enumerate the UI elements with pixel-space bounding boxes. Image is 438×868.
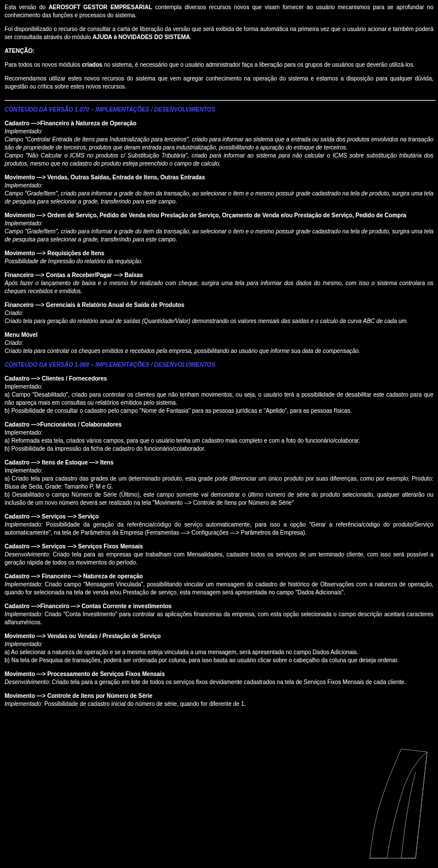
body-text: Desenvolvimento: Criado tela para as emp… — [5, 551, 433, 567]
body-text: a) Reformada esta tela, criados vários c… — [5, 437, 433, 445]
impl-label: Criado: — [5, 339, 433, 347]
section-1070-5: Financeiro —> Contas a Receber/Pagar —> … — [5, 271, 433, 295]
body-inline: : Possibilidade de cadastro inicial do n… — [41, 701, 245, 707]
section-title: Cadastro —> Clientes / Fornecedores — [5, 375, 433, 383]
section-title: Movimento —> Processamento de Serviços F… — [5, 670, 433, 678]
impl-label: Implementado: — [5, 383, 433, 391]
section-1070-3: Movimento —> Ordem de Serviço, Pedido de… — [5, 212, 433, 244]
section-1069-3: Cadastro —> Itens de Estoque —> Itens Im… — [5, 459, 433, 507]
intro-p2-b: AJUDA à NOVIDADES DO SISTEMA — [93, 34, 190, 40]
attention-b: criados — [82, 62, 103, 68]
section-title: Movimento —> Ordem de Serviço, Pedido de… — [5, 212, 433, 220]
body-inline: : Criado tela para as empresas que traba… — [5, 551, 433, 566]
label-inline: Desenvolvimento — [5, 679, 49, 685]
intro-block: Esta versão do AEROSOFT GESTOR EMPRESARI… — [5, 3, 433, 91]
section-title: Cadastro —>Financeiro à Natureza de Oper… — [5, 120, 433, 128]
section-title: Financeiro —> Gerenciais à Relatório Anu… — [5, 301, 433, 309]
section-1070-4: Movimento —> Requisições de Itens Possib… — [5, 249, 433, 266]
body-text: a) Ao selecionar a natureza de operação … — [5, 648, 433, 656]
label-inline: Desenvolvimento — [5, 551, 49, 558]
body-text: Implementado: Possibilidade de cadastro … — [5, 700, 433, 708]
section-title: Cadastro —>Funcionários / Colaboradores — [5, 421, 433, 429]
body-text: Possibilidade de Impressão do relatório … — [5, 258, 433, 266]
body-text: Criado tela para controlar os cheques em… — [5, 347, 433, 355]
impl-label: Implementado: — [5, 429, 433, 437]
version-1069-header: CONTEÚDO DA VERSÃO 1.069 – IMPLEMENTAÇÕE… — [5, 361, 433, 369]
intro-p2-a: Foi disponibilizado o recurso de consult… — [5, 26, 433, 40]
attention-a: Para todos os novos módulos — [5, 62, 82, 68]
attention-label: ATENÇÃO: — [5, 47, 433, 55]
section-1070-2: Movimento —> Vendas, Outras Saídas, Entr… — [5, 174, 433, 206]
section-1070-1: Cadastro —>Financeiro à Natureza de Oper… — [5, 120, 433, 168]
page-curl-icon — [361, 746, 430, 861]
body-text: a) Campo "Desabilitado", criado para con… — [5, 391, 433, 407]
body-text: Implementado: Possibilidade da geração d… — [5, 521, 433, 537]
attention-body: Para todos os novos módulos criados no s… — [5, 61, 433, 69]
body-text: b) Na tela de Pesquisa de transações, po… — [5, 656, 433, 665]
body-text: b) Possibilidade de consultar o cadastro… — [5, 407, 433, 415]
section-title: Cadastro —> Serviços —> Serviço — [5, 513, 433, 521]
body-text: b) Desabilitado o campo Número de Série … — [5, 491, 433, 507]
attention-c: no sistema, é necessário que o usuário a… — [102, 62, 414, 68]
impl-label: Criado: — [5, 309, 433, 317]
impl-label: Implementado: — [5, 128, 433, 136]
label-inline: Implementado — [5, 701, 41, 707]
label-inline: Implementado — [5, 611, 41, 617]
section-1069-5: Cadastro —> Serviços —> Serviços Fixos M… — [5, 543, 433, 567]
body-text: Desenvolvimento: Criado tela para a gera… — [5, 678, 433, 686]
intro-p3: Recomendamos utilizar estes novos recurs… — [5, 75, 433, 91]
section-1070-6: Financeiro —> Gerenciais à Relatório Anu… — [5, 301, 433, 325]
label-inline: Implementado — [5, 581, 41, 587]
body-text: Campo "Controlar Entrada de Itens para I… — [5, 136, 433, 152]
section-title: Movimento —> Vendas ou Vendas / Prestaçã… — [5, 632, 433, 640]
section-1069-6: Cadastro —> Financeiro —> Natureza de op… — [5, 573, 433, 597]
section-1069-2: Cadastro —>Funcionários / Colaboradores … — [5, 421, 433, 453]
section-1069-10: Movimento —> Controle de itens por Númer… — [5, 692, 433, 708]
section-1069-7: Cadastro —>Financeiro —> Contas Corrente… — [5, 602, 433, 627]
section-title: Cadastro —> Serviços —> Serviços Fixos M… — [5, 543, 433, 551]
body-inline: : Criado "Conta Investimento" para contr… — [5, 611, 433, 625]
body-inline: : Criado tela para a geração em lote de … — [49, 679, 406, 685]
impl-label: Implementado: — [5, 220, 433, 228]
body-text: a) Criado tela para cadastro das grades … — [5, 475, 433, 491]
section-title: Movimento —> Controle de itens por Númer… — [5, 692, 433, 700]
section-title: Cadastro —> Financeiro —> Natureza de op… — [5, 573, 433, 581]
body-text: Após fazer o lançamento de baixa e o mes… — [5, 279, 433, 295]
intro-p1-a: Esta versão do — [5, 4, 48, 10]
section-title: Financeiro —> Contas a Receber/Pagar —> … — [5, 271, 433, 279]
body-text: Implementado: Criado campo "Mensagem Vin… — [5, 581, 433, 597]
section-1069-8: Movimento —> Vendas ou Vendas / Prestaçã… — [5, 632, 433, 665]
version-1070-header: CONTEÚDO DA VERSÃO 1.070 – IMPLEMENTAÇÕE… — [5, 106, 433, 114]
body-text: Criado tela para geração do relatório an… — [5, 317, 433, 325]
impl-label: Implementado: — [5, 467, 433, 475]
section-1069-4: Cadastro —> Serviços —> Serviço Implemen… — [5, 513, 433, 537]
intro-p1: Esta versão do AEROSOFT GESTOR EMPRESARI… — [5, 3, 433, 20]
body-inline: : Criado campo "Mensagem Vinculada", pos… — [5, 581, 433, 596]
impl-label: Implementado: — [5, 640, 433, 648]
divider-line: ————————————————————————————————————————… — [5, 97, 433, 105]
section-1070-7: Menu Móvel Criado: Criado tela para cont… — [5, 331, 433, 355]
impl-label: Implementado: — [5, 182, 433, 190]
body-text: b) Possibilidade da impressão da ficha d… — [5, 445, 433, 453]
section-1069-1: Cadastro —> Clientes / Fornecedores Impl… — [5, 375, 433, 415]
intro-p2-c: . — [190, 34, 192, 40]
section-title: Movimento —> Vendas, Outras Saídas, Entr… — [5, 174, 433, 182]
section-title: Cadastro —> Itens de Estoque —> Itens — [5, 459, 433, 467]
section-title: Menu Móvel — [5, 331, 433, 339]
body-text: Campo "Grade/Item", criado para informar… — [5, 190, 433, 206]
body-text: Campo "Não Calcular o ICMS no produtos c… — [5, 152, 433, 168]
body-text: Implementado: Criado "Conta Investimento… — [5, 610, 433, 627]
label-inline: Implementado — [5, 521, 41, 528]
intro-p2: Foi disponibilizado o recurso de consult… — [5, 25, 433, 41]
section-title: Cadastro —>Financeiro —> Contas Corrente… — [5, 602, 433, 610]
intro-p1-b: AEROSOFT GESTOR EMPRESARIAL — [48, 4, 152, 10]
section-title: Movimento —> Requisições de Itens — [5, 249, 433, 258]
body-text: Campo "Grade/Item", criado para informar… — [5, 228, 433, 244]
body-inline: : Possibilidade da geração da referência… — [5, 521, 433, 536]
section-1069-9: Movimento —> Processamento de Serviços F… — [5, 670, 433, 686]
